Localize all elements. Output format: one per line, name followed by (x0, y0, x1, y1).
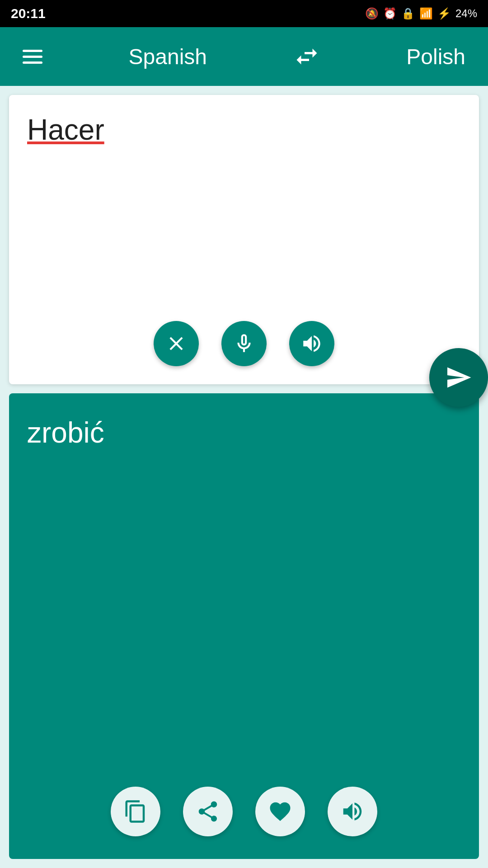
microphone-icon (233, 332, 255, 355)
volume-icon (300, 332, 323, 355)
charging-icon: ⚡ (437, 7, 451, 20)
main-content: Hacer (0, 86, 488, 868)
toolbar: Spanish Polish (0, 27, 488, 86)
source-text-display[interactable]: Hacer (9, 95, 479, 307)
send-icon (445, 364, 472, 391)
status-icons: 🔕 ⏰ 🔒 📶 ⚡ 24% (365, 7, 477, 20)
share-button[interactable] (183, 787, 233, 836)
heart-icon (268, 799, 292, 824)
source-panel: Hacer (9, 95, 479, 384)
translation-panel: zrobić (9, 393, 479, 859)
notification-muted-icon: 🔕 (365, 7, 379, 20)
close-icon (165, 332, 188, 355)
swap-languages-button[interactable] (293, 43, 320, 70)
volume-translation-icon (340, 799, 365, 824)
target-language-selector[interactable]: Polish (406, 44, 465, 69)
status-bar: 20:11 🔕 ⏰ 🔒 📶 ⚡ 24% (0, 0, 488, 27)
status-time: 20:11 (11, 6, 46, 21)
favorite-button[interactable] (255, 787, 305, 836)
source-action-buttons (9, 307, 479, 384)
speak-source-button[interactable] (289, 321, 334, 366)
microphone-button[interactable] (221, 321, 267, 366)
signal-icon: 📶 (419, 7, 433, 20)
translation-action-buttons (9, 773, 479, 859)
source-language-selector[interactable]: Spanish (129, 44, 207, 69)
alarm-icon: ⏰ (383, 7, 397, 20)
sync-icon: 🔒 (401, 7, 415, 20)
clear-button[interactable] (154, 321, 199, 366)
share-icon (196, 799, 220, 824)
translate-button[interactable] (429, 348, 488, 407)
speak-translation-button[interactable] (328, 787, 377, 836)
copy-button[interactable] (111, 787, 160, 836)
battery-indicator: 24% (455, 7, 477, 20)
translated-text-display: zrobić (9, 393, 479, 458)
menu-button[interactable] (23, 50, 42, 64)
copy-icon (123, 799, 148, 824)
